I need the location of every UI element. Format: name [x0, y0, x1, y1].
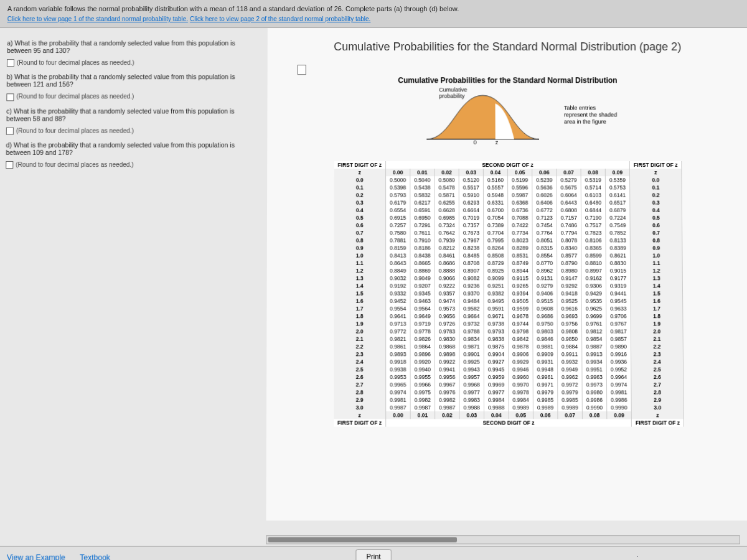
table-cell: 0.9641 [386, 312, 410, 320]
question-b: b) What is the probability that a random… [7, 73, 248, 88]
view-example-link[interactable]: View an Example [7, 553, 65, 560]
table-cell: 0.9990 [582, 404, 607, 411]
col-footer: 0.06 [533, 411, 558, 419]
table-cell: 0.9793 [484, 327, 508, 335]
row-z: 1.1 [334, 259, 385, 267]
table-cell: 0.8023 [508, 236, 532, 244]
table-cell: 0.9418 [557, 289, 581, 297]
row-z-right: 2.3 [631, 350, 684, 358]
table-cell: 0.5438 [410, 184, 435, 191]
problem-statement: A random variable follows the normal pro… [7, 5, 740, 12]
table-cell: 0.6064 [557, 191, 581, 198]
row-z: 0.2 [334, 191, 385, 198]
table-cell: 0.9686 [533, 312, 557, 320]
table-cell: 0.5319 [581, 176, 605, 184]
table-cell: 0.7190 [581, 214, 605, 222]
round-note-b: (Round to four decimal places as needed.… [16, 93, 134, 100]
table-cell: 0.9761 [581, 320, 606, 327]
table-cell: 0.9554 [386, 305, 410, 312]
copy-icon[interactable] [299, 66, 306, 75]
table-cell: 0.9986 [607, 396, 632, 404]
table-cell: 0.9515 [533, 297, 557, 305]
table-cell: 0.7324 [435, 222, 459, 229]
table-cell: 0.8340 [557, 244, 581, 251]
scroll-thumb[interactable] [268, 537, 457, 542]
col-footer: 0.02 [435, 411, 459, 419]
table-cell: 0.9131 [532, 274, 557, 282]
textbook-link[interactable]: Textbook [80, 553, 110, 560]
answer-input-b[interactable] [6, 93, 14, 101]
row-z: 0.3 [334, 199, 385, 207]
table-cell: 0.6517 [606, 199, 630, 207]
table-cell: 0.8577 [557, 252, 581, 259]
row-z: 1.3 [334, 274, 386, 282]
table-cell: 0.9975 [410, 388, 435, 396]
z-footer-right: z [631, 411, 684, 419]
table-cell: 0.9664 [459, 312, 484, 320]
table-cell: 0.8665 [410, 259, 435, 267]
table-cell: 0.8264 [484, 244, 508, 251]
first-digit-bot-right: FIRST DIGIT OF z [631, 419, 684, 426]
table-cell: 0.9932 [557, 358, 581, 365]
table-cell: 0.9406 [533, 289, 557, 297]
row-z: 2.4 [334, 358, 386, 365]
col-footer: 0.04 [484, 411, 509, 419]
table-cell: 0.5753 [605, 184, 629, 191]
link-page2[interactable]: Click here to view page 2 of the standar… [190, 16, 370, 22]
row-z-right: 2.6 [631, 373, 684, 381]
row-z-right: 1.6 [631, 297, 683, 305]
table-cell: 0.8770 [532, 259, 557, 267]
table-cell: 0.9916 [606, 350, 631, 358]
link-page1[interactable]: Click here to view page 1 of the standar… [7, 16, 188, 22]
answer-input-c[interactable] [6, 128, 14, 135]
table-cell: 0.9382 [484, 289, 508, 297]
table-cell: 0.9838 [484, 335, 508, 343]
row-z: 2.1 [334, 335, 386, 343]
table-cell: 0.9965 [386, 381, 410, 388]
table-cell: 0.9906 [509, 350, 533, 358]
table-cell: 0.9983 [459, 396, 484, 404]
table-cell: 0.9306 [581, 282, 606, 289]
row-z-right: 2.2 [631, 343, 683, 350]
table-cell: 0.9671 [484, 312, 508, 320]
table-cell: 0.9625 [581, 305, 606, 312]
table-cell: 0.9911 [557, 350, 581, 358]
row-z-right: 0.8 [630, 236, 682, 244]
table-cell: 0.8461 [435, 252, 459, 259]
print-button[interactable]: Print [355, 549, 392, 560]
table-cell: 0.9788 [459, 327, 484, 335]
row-z-right: 1.9 [631, 320, 683, 327]
table-cell: 0.5160 [483, 176, 507, 184]
answer-input-a[interactable] [7, 59, 14, 67]
questions-panel: a) What is the probability that a random… [0, 28, 255, 182]
horizontal-scrollbar[interactable] [266, 535, 740, 544]
z-header-left: z [334, 169, 385, 176]
table-cell: 0.9978 [509, 388, 533, 396]
row-z-right: 0.7 [630, 229, 682, 236]
table-popup: Cumulative Probabilities for the Standar… [266, 28, 747, 521]
table-cell: 0.5793 [386, 191, 410, 198]
table-cell: 0.9979 [558, 388, 582, 396]
col-footer: 0.01 [410, 411, 435, 419]
row-z: 0.6 [334, 222, 385, 229]
row-z: 1.5 [334, 289, 386, 297]
table-cell: 0.9896 [410, 350, 435, 358]
table-cell: 0.6217 [410, 199, 435, 207]
table-cell: 0.9904 [484, 350, 508, 358]
table-cell: 0.9887 [582, 343, 606, 350]
table-cell: 0.9332 [386, 289, 410, 297]
table-cell: 0.9857 [606, 335, 631, 343]
answer-input-d[interactable] [6, 161, 13, 169]
table-cell: 0.5120 [459, 176, 483, 184]
row-z: 2.5 [334, 366, 386, 373]
table-cell: 0.9987 [410, 404, 435, 411]
table-cell: 0.9177 [606, 274, 630, 282]
page-title: Cumulative Probabilities for the Standar… [286, 40, 729, 54]
table-cell: 0.7673 [459, 229, 483, 236]
col-footer: 0.03 [459, 411, 484, 419]
table-cell: 0.8133 [606, 236, 630, 244]
table-cell: 0.7054 [484, 214, 508, 222]
table-cell: 0.9898 [435, 350, 459, 358]
table-cell: 0.8212 [435, 244, 459, 251]
table-cell: 0.8925 [484, 267, 508, 274]
